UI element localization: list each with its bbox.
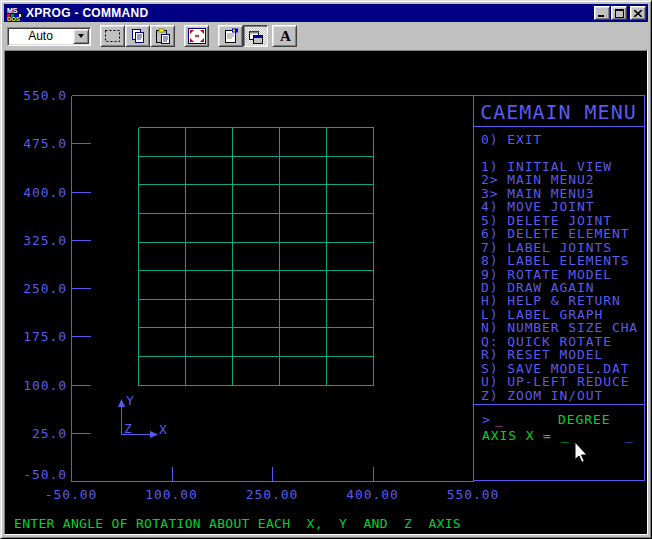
menu-item[interactable]: 9) ROTATE MODEL xyxy=(481,268,612,281)
minimize-icon xyxy=(598,10,606,17)
toolbar: Auto xyxy=(4,22,648,50)
svg-text:A: A xyxy=(280,28,291,44)
y-axis-tick-label: 325.0 xyxy=(13,234,67,247)
menu-item[interactable]: S) SAVE MODEL.DAT xyxy=(481,362,629,375)
app-icon: MS DOS xyxy=(6,6,22,21)
fullscreen-arrows-icon xyxy=(188,28,206,44)
svg-text:DOS: DOS xyxy=(7,15,20,21)
title-bar[interactable]: MS DOS XPROG - COMMAND xyxy=(4,4,648,22)
y-axis-tick-label: 175.0 xyxy=(13,330,67,343)
menu-item[interactable]: 7) LABEL JOINTS xyxy=(481,241,612,254)
x-axis-tick-label: 250.00 xyxy=(238,488,306,501)
copy-button[interactable] xyxy=(125,25,150,47)
maximize-button[interactable] xyxy=(611,6,627,20)
marquee-icon xyxy=(104,29,121,43)
prompt-input-cursor[interactable]: _ xyxy=(561,429,570,442)
triad-x-label: X xyxy=(159,423,168,436)
menu-item[interactable]: 2> MAIN MENU2 xyxy=(481,173,594,186)
y-axis-tick-label: 25.0 xyxy=(13,427,67,440)
paste-icon xyxy=(155,28,171,44)
x-axis-tick-label: 550.00 xyxy=(439,488,507,501)
window-title: XPROG - COMMAND xyxy=(26,6,593,20)
element-mesh-grid xyxy=(139,128,374,386)
menu-item[interactable]: D) DRAW AGAIN xyxy=(481,281,594,294)
triad-x-arrowhead xyxy=(150,431,158,438)
font-a-icon: A xyxy=(277,28,293,44)
menu-item[interactable]: 3> MAIN MENU3 xyxy=(481,187,594,200)
select-window-button[interactable] xyxy=(243,25,268,47)
mouse-cursor xyxy=(575,442,587,462)
menu-item[interactable]: Q: QUICK ROTATE xyxy=(481,335,612,348)
close-icon xyxy=(634,10,642,17)
x-axis-tick-label: 400.00 xyxy=(339,488,407,501)
y-axis-tick-label: 250.0 xyxy=(13,282,67,295)
menu-item[interactable]: 8) LABEL ELEMENTS xyxy=(481,254,629,267)
menu-item[interactable]: 4) MOVE JOINT xyxy=(481,200,594,213)
y-axis-tick-label: 550.0 xyxy=(13,89,67,102)
prompt-input-label[interactable]: AXIS X = xyxy=(482,429,552,442)
y-axis-tick-label: -50.0 xyxy=(13,468,67,481)
properties-icon xyxy=(223,28,239,44)
svg-text:MS: MS xyxy=(7,7,18,14)
y-axis-tick-label: 475.0 xyxy=(13,137,67,150)
menu-item[interactable]: 6) DELETE ELEMENT xyxy=(481,227,629,240)
menu-item[interactable]: 1) INITIAL VIEW xyxy=(481,160,612,173)
prompt-secondary-cursor: _ xyxy=(625,429,634,442)
menu-item[interactable]: R) RESET MODEL xyxy=(481,348,603,361)
menu-item[interactable]: L) LABEL GRAPH xyxy=(481,308,603,321)
prompt-unit-label: DEGREE xyxy=(558,413,610,426)
mode-dropdown[interactable]: Auto xyxy=(7,27,91,46)
menu-item[interactable]: U) UP-LEFT REDUCE xyxy=(481,375,629,388)
graphics-canvas[interactable]: CAEMAIN MENU 0) EXIT1) INITIAL VIEW2> MA… xyxy=(4,50,648,535)
x-axis-tick-label: 100.00 xyxy=(138,488,206,501)
status-message: ENTER ANGLE OF ROTATION ABOUT EACH X, Y … xyxy=(14,517,461,530)
menu-title: CAEMAIN MENU xyxy=(473,102,644,122)
fullscreen-button[interactable] xyxy=(184,25,209,47)
mode-dropdown-value: Auto xyxy=(8,29,73,43)
app-window: MS DOS XPROG - COMMAND Auto xyxy=(0,0,652,539)
y-axis-tick-label: 100.0 xyxy=(13,379,67,392)
chevron-down-icon[interactable] xyxy=(73,29,89,44)
paste-button[interactable] xyxy=(150,25,175,47)
msdos-icon: MS DOS xyxy=(6,6,22,21)
x-axis-tick-label: -50.00 xyxy=(37,488,105,501)
properties-button[interactable] xyxy=(218,25,243,47)
minimize-button[interactable] xyxy=(594,6,610,20)
select-region-button[interactable] xyxy=(100,25,125,47)
close-button[interactable] xyxy=(630,6,646,20)
window-layers-icon xyxy=(248,29,264,44)
menu-item[interactable]: 0) EXIT xyxy=(481,133,542,146)
triad-y-label: Y xyxy=(126,394,135,407)
maximize-icon xyxy=(615,9,624,18)
y-axis-tick-label: 400.0 xyxy=(13,186,67,199)
menu-item[interactable]: H) HELP & RETURN xyxy=(481,294,621,307)
triad-y-arrowhead xyxy=(118,399,125,407)
prompt-caret-cursor: _ xyxy=(495,413,504,426)
font-button[interactable]: A xyxy=(272,25,297,47)
menu-item[interactable]: N) NUMBER SIZE CHA xyxy=(481,321,638,334)
triad-z-label: Z xyxy=(124,422,133,435)
prompt-caret: > xyxy=(482,413,491,426)
copy-icon xyxy=(130,28,146,44)
menu-item[interactable]: Z) ZOOM IN/OUT xyxy=(481,389,603,402)
menu-item[interactable]: 5) DELETE JOINT xyxy=(481,214,612,227)
